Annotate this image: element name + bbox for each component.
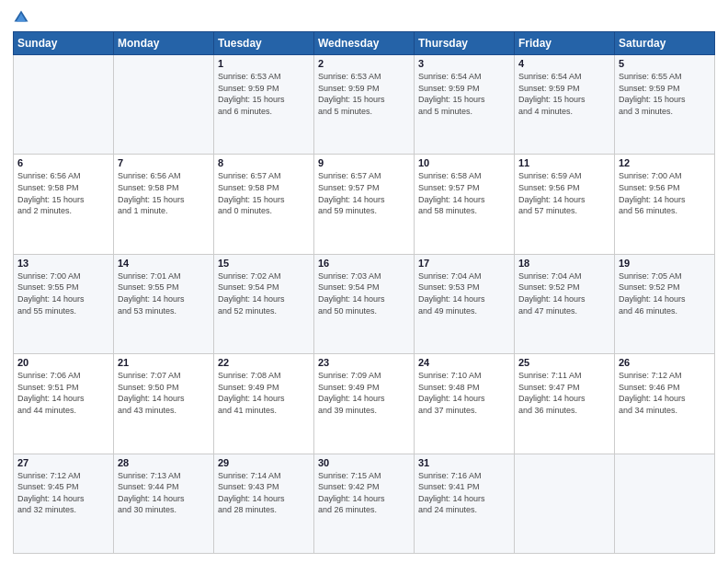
calendar-cell: 6Sunrise: 6:56 AM Sunset: 9:58 PM Daylig… bbox=[14, 155, 114, 254]
day-number: 6 bbox=[17, 157, 109, 168]
day-info: Sunrise: 6:57 AM Sunset: 9:58 PM Dayligh… bbox=[218, 170, 310, 216]
weekday-header-thursday: Thursday bbox=[415, 32, 515, 55]
calendar-cell: 18Sunrise: 7:04 AM Sunset: 9:52 PM Dayli… bbox=[515, 254, 615, 353]
day-number: 13 bbox=[17, 258, 109, 269]
day-info: Sunrise: 6:53 AM Sunset: 9:59 PM Dayligh… bbox=[318, 71, 410, 117]
calendar-cell: 11Sunrise: 6:59 AM Sunset: 9:56 PM Dayli… bbox=[515, 155, 615, 254]
day-number: 27 bbox=[17, 457, 109, 468]
day-number: 14 bbox=[118, 258, 210, 269]
day-number: 15 bbox=[218, 258, 310, 269]
day-number: 25 bbox=[518, 357, 610, 368]
day-info: Sunrise: 6:58 AM Sunset: 9:57 PM Dayligh… bbox=[418, 170, 510, 216]
calendar-cell: 14Sunrise: 7:01 AM Sunset: 9:55 PM Dayli… bbox=[114, 254, 214, 353]
calendar-cell bbox=[14, 55, 114, 155]
day-number: 29 bbox=[218, 457, 310, 468]
day-number: 28 bbox=[118, 457, 210, 468]
day-number: 4 bbox=[518, 58, 610, 69]
calendar-cell: 19Sunrise: 7:05 AM Sunset: 9:52 PM Dayli… bbox=[615, 254, 715, 353]
day-number: 23 bbox=[318, 357, 410, 368]
calendar-cell: 2Sunrise: 6:53 AM Sunset: 9:59 PM Daylig… bbox=[314, 55, 415, 155]
weekday-header-sunday: Sunday bbox=[14, 32, 114, 55]
calendar-cell: 16Sunrise: 7:03 AM Sunset: 9:54 PM Dayli… bbox=[314, 254, 415, 353]
day-info: Sunrise: 7:02 AM Sunset: 9:54 PM Dayligh… bbox=[218, 270, 310, 316]
day-info: Sunrise: 7:11 AM Sunset: 9:47 PM Dayligh… bbox=[518, 370, 610, 416]
calendar-cell: 28Sunrise: 7:13 AM Sunset: 9:44 PM Dayli… bbox=[114, 454, 214, 553]
day-number: 31 bbox=[418, 457, 510, 468]
day-info: Sunrise: 7:04 AM Sunset: 9:53 PM Dayligh… bbox=[418, 270, 510, 316]
day-number: 12 bbox=[619, 157, 711, 168]
day-number: 1 bbox=[218, 58, 310, 69]
day-number: 11 bbox=[518, 157, 610, 168]
calendar-cell: 3Sunrise: 6:54 AM Sunset: 9:59 PM Daylig… bbox=[415, 55, 515, 155]
day-info: Sunrise: 6:54 AM Sunset: 9:59 PM Dayligh… bbox=[518, 71, 610, 117]
weekday-header-friday: Friday bbox=[515, 32, 615, 55]
day-number: 2 bbox=[318, 58, 410, 69]
calendar-week-3: 20Sunrise: 7:06 AM Sunset: 9:51 PM Dayli… bbox=[14, 354, 715, 454]
day-info: Sunrise: 7:07 AM Sunset: 9:50 PM Dayligh… bbox=[118, 370, 210, 416]
day-number: 20 bbox=[17, 357, 109, 368]
day-number: 30 bbox=[318, 457, 410, 468]
day-number: 16 bbox=[318, 258, 410, 269]
day-info: Sunrise: 6:53 AM Sunset: 9:59 PM Dayligh… bbox=[218, 71, 310, 117]
calendar-cell: 20Sunrise: 7:06 AM Sunset: 9:51 PM Dayli… bbox=[14, 354, 114, 454]
calendar-cell: 29Sunrise: 7:14 AM Sunset: 9:43 PM Dayli… bbox=[214, 454, 314, 553]
calendar-cell: 12Sunrise: 7:00 AM Sunset: 9:56 PM Dayli… bbox=[615, 155, 715, 254]
day-info: Sunrise: 7:08 AM Sunset: 9:49 PM Dayligh… bbox=[218, 370, 310, 416]
day-number: 19 bbox=[619, 258, 711, 269]
day-info: Sunrise: 7:12 AM Sunset: 9:46 PM Dayligh… bbox=[619, 370, 711, 416]
day-number: 22 bbox=[218, 357, 310, 368]
calendar-cell: 4Sunrise: 6:54 AM Sunset: 9:59 PM Daylig… bbox=[515, 55, 615, 155]
day-info: Sunrise: 7:14 AM Sunset: 9:43 PM Dayligh… bbox=[218, 470, 310, 516]
weekday-header-monday: Monday bbox=[114, 32, 214, 55]
day-info: Sunrise: 7:01 AM Sunset: 9:55 PM Dayligh… bbox=[118, 270, 210, 316]
calendar-table: SundayMondayTuesdayWednesdayThursdayFrid… bbox=[13, 31, 715, 554]
weekday-header-wednesday: Wednesday bbox=[314, 32, 415, 55]
day-number: 10 bbox=[418, 157, 510, 168]
day-info: Sunrise: 7:04 AM Sunset: 9:52 PM Dayligh… bbox=[518, 270, 610, 316]
calendar-cell: 30Sunrise: 7:15 AM Sunset: 9:42 PM Dayli… bbox=[314, 454, 415, 553]
calendar-cell: 21Sunrise: 7:07 AM Sunset: 9:50 PM Dayli… bbox=[114, 354, 214, 454]
calendar-cell: 22Sunrise: 7:08 AM Sunset: 9:49 PM Dayli… bbox=[214, 354, 314, 454]
calendar-week-1: 6Sunrise: 6:56 AM Sunset: 9:58 PM Daylig… bbox=[14, 155, 715, 254]
day-info: Sunrise: 7:00 AM Sunset: 9:56 PM Dayligh… bbox=[619, 170, 711, 216]
weekday-header-tuesday: Tuesday bbox=[214, 32, 314, 55]
day-info: Sunrise: 7:09 AM Sunset: 9:49 PM Dayligh… bbox=[318, 370, 410, 416]
calendar-cell: 23Sunrise: 7:09 AM Sunset: 9:49 PM Dayli… bbox=[314, 354, 415, 454]
day-info: Sunrise: 7:00 AM Sunset: 9:55 PM Dayligh… bbox=[17, 270, 109, 316]
calendar-week-0: 1Sunrise: 6:53 AM Sunset: 9:59 PM Daylig… bbox=[14, 55, 715, 155]
day-number: 17 bbox=[418, 258, 510, 269]
day-number: 26 bbox=[619, 357, 711, 368]
day-number: 9 bbox=[318, 157, 410, 168]
day-number: 21 bbox=[118, 357, 210, 368]
calendar-cell bbox=[114, 55, 214, 155]
day-number: 8 bbox=[218, 157, 310, 168]
calendar-cell: 5Sunrise: 6:55 AM Sunset: 9:59 PM Daylig… bbox=[615, 55, 715, 155]
day-info: Sunrise: 6:57 AM Sunset: 9:57 PM Dayligh… bbox=[318, 170, 410, 216]
day-number: 7 bbox=[118, 157, 210, 168]
calendar-cell: 8Sunrise: 6:57 AM Sunset: 9:58 PM Daylig… bbox=[214, 155, 314, 254]
calendar-week-4: 27Sunrise: 7:12 AM Sunset: 9:45 PM Dayli… bbox=[14, 454, 715, 553]
calendar-cell: 15Sunrise: 7:02 AM Sunset: 9:54 PM Dayli… bbox=[214, 254, 314, 353]
day-info: Sunrise: 7:12 AM Sunset: 9:45 PM Dayligh… bbox=[17, 470, 109, 516]
weekday-header-row: SundayMondayTuesdayWednesdayThursdayFrid… bbox=[14, 32, 715, 55]
day-info: Sunrise: 7:05 AM Sunset: 9:52 PM Dayligh… bbox=[619, 270, 711, 316]
day-info: Sunrise: 6:56 AM Sunset: 9:58 PM Dayligh… bbox=[17, 170, 109, 216]
calendar-cell: 7Sunrise: 6:56 AM Sunset: 9:58 PM Daylig… bbox=[114, 155, 214, 254]
day-number: 24 bbox=[418, 357, 510, 368]
calendar-cell: 26Sunrise: 7:12 AM Sunset: 9:46 PM Dayli… bbox=[615, 354, 715, 454]
calendar-cell bbox=[615, 454, 715, 553]
day-info: Sunrise: 7:06 AM Sunset: 9:51 PM Dayligh… bbox=[17, 370, 109, 416]
day-number: 3 bbox=[418, 58, 510, 69]
calendar-cell: 1Sunrise: 6:53 AM Sunset: 9:59 PM Daylig… bbox=[214, 55, 314, 155]
day-info: Sunrise: 7:15 AM Sunset: 9:42 PM Dayligh… bbox=[318, 470, 410, 516]
day-number: 18 bbox=[518, 258, 610, 269]
day-info: Sunrise: 7:03 AM Sunset: 9:54 PM Dayligh… bbox=[318, 270, 410, 316]
day-info: Sunrise: 6:59 AM Sunset: 9:56 PM Dayligh… bbox=[518, 170, 610, 216]
day-info: Sunrise: 7:10 AM Sunset: 9:48 PM Dayligh… bbox=[418, 370, 510, 416]
calendar-cell: 17Sunrise: 7:04 AM Sunset: 9:53 PM Dayli… bbox=[415, 254, 515, 353]
day-info: Sunrise: 6:56 AM Sunset: 9:58 PM Dayligh… bbox=[118, 170, 210, 216]
calendar-cell: 9Sunrise: 6:57 AM Sunset: 9:57 PM Daylig… bbox=[314, 155, 415, 254]
day-info: Sunrise: 7:13 AM Sunset: 9:44 PM Dayligh… bbox=[118, 470, 210, 516]
calendar-cell: 24Sunrise: 7:10 AM Sunset: 9:48 PM Dayli… bbox=[415, 354, 515, 454]
day-number: 5 bbox=[619, 58, 711, 69]
